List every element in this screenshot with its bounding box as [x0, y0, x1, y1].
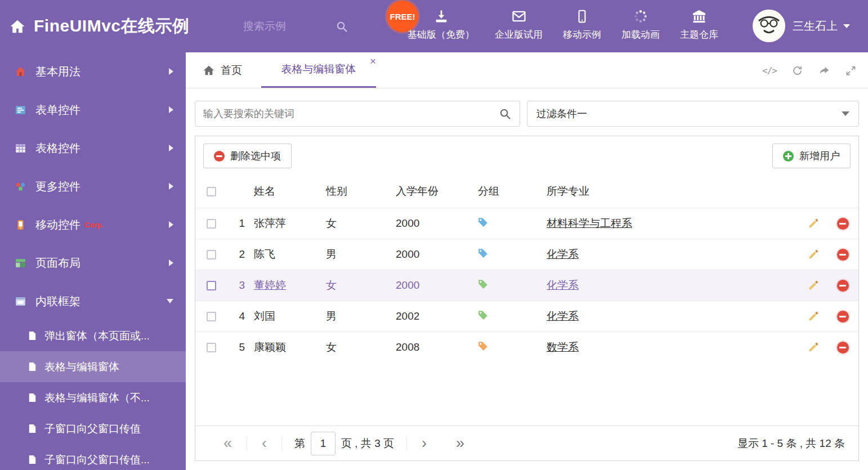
tab-home[interactable]: 首页: [203, 52, 242, 88]
sidebar-subitem-grid-edit-window-2[interactable]: 表格与编辑窗体（不...: [0, 382, 186, 413]
header-search-input[interactable]: [243, 20, 335, 33]
table-row[interactable]: 4 刘国 男 2002 化学系: [195, 301, 858, 332]
delete-row-icon[interactable]: [837, 249, 849, 261]
row-number: 5: [227, 341, 247, 353]
sidebar-item-label: 基本用法: [35, 64, 80, 79]
edit-pencil-icon[interactable]: [807, 248, 820, 261]
table-row-selected[interactable]: 3 董婷婷 女 2000 化学系: [195, 270, 858, 301]
sidebar-item-form-controls[interactable]: 表单控件: [0, 91, 186, 129]
user-menu[interactable]: 三生石上: [793, 0, 850, 52]
cell-gender: 女: [319, 278, 389, 293]
header-search[interactable]: [243, 16, 359, 37]
nav-enterprise-trial[interactable]: 企业版试用: [495, 7, 543, 41]
nav-basic-free[interactable]: 基础版（免费）: [408, 7, 475, 41]
corp-badge: Corp.: [84, 221, 104, 229]
refresh-icon[interactable]: [791, 65, 803, 77]
next-page-button[interactable]: ›: [407, 436, 441, 451]
nav-loading-animation[interactable]: 加载动画: [621, 7, 660, 41]
sidebar-subitem-label: 表格与编辑窗体: [44, 360, 119, 374]
sidebar-item-grid-controls[interactable]: 表格控件: [0, 129, 186, 167]
delete-selected-button[interactable]: 删除选中项: [203, 144, 292, 168]
open-in-new-icon[interactable]: [818, 64, 830, 77]
sidebar-item-more-controls[interactable]: 更多控件: [0, 167, 186, 205]
record-summary: 显示 1 - 5 条 , 共 12 条: [737, 436, 845, 451]
tab-grid-edit-window[interactable]: 表格与编辑窗体 ×: [261, 52, 376, 88]
row-checkbox[interactable]: [207, 250, 216, 259]
brand[interactable]: FineUIMvc在线示例: [9, 0, 190, 52]
sidebar-subitem-child-to-parent[interactable]: 子窗口向父窗口传值: [0, 413, 186, 444]
column-header-major[interactable]: 所学专业: [539, 184, 800, 199]
cell-year: 2000: [389, 279, 471, 292]
tag-icon: [478, 310, 488, 320]
edit-pencil-icon[interactable]: [807, 310, 820, 323]
sidebar-item-label: 更多控件: [35, 179, 80, 194]
page-content: 过滤条件一 删除选中项 新增用户 姓名 性: [186, 88, 868, 470]
cell-year: 2000: [389, 217, 471, 230]
first-page-button[interactable]: «: [209, 436, 247, 451]
avatar[interactable]: [753, 10, 785, 42]
grid-toolbar: 删除选中项 新增用户: [195, 136, 858, 175]
sidebar-subitem-popup-window[interactable]: 弹出窗体（本页面或...: [0, 320, 186, 351]
search-icon[interactable]: [335, 20, 348, 33]
nav-theme-store[interactable]: 主题仓库: [680, 7, 718, 41]
data-grid: 姓名 性别 入学年份 分组 所学专业 1 张萍萍 女 2000 材料科学与工程系: [195, 175, 858, 426]
edit-pencil-icon[interactable]: [807, 279, 820, 292]
filter-dropdown[interactable]: 过滤条件一: [527, 101, 859, 127]
page-number-input[interactable]: [311, 432, 335, 455]
sidebar-subitem-child-to-parent-2[interactable]: 子窗口向父窗口传值...: [0, 444, 186, 470]
nav-mobile-demo[interactable]: 移动示例: [563, 7, 601, 41]
search-icon[interactable]: [499, 108, 512, 120]
view-source-icon[interactable]: </>: [762, 65, 777, 76]
column-header-gender[interactable]: 性别: [319, 184, 389, 199]
row-checkbox[interactable]: [207, 281, 216, 290]
major-link[interactable]: 化学系: [547, 248, 579, 260]
keyword-input[interactable]: [203, 108, 499, 120]
edit-pencil-icon[interactable]: [807, 341, 820, 353]
table-row[interactable]: 1 张萍萍 女 2000 材料科学与工程系: [195, 208, 858, 239]
layout-icon: [15, 257, 26, 269]
app-header: FineUIMvc在线示例 FREE! 基础版（免费） 企业版试用 移动示例: [0, 0, 868, 52]
close-icon[interactable]: ×: [370, 55, 376, 68]
add-user-button[interactable]: 新增用户: [772, 144, 851, 168]
sidebar-subitem-label: 弹出窗体（本页面或...: [44, 329, 150, 343]
cell-gender: 男: [319, 309, 389, 324]
sidebar-item-iframe[interactable]: 内联框架: [0, 282, 186, 320]
row-checkbox[interactable]: [207, 219, 216, 229]
fullscreen-icon[interactable]: [845, 65, 857, 77]
delete-row-icon[interactable]: [837, 218, 849, 230]
row-number: 4: [227, 310, 247, 323]
sidebar-item-mobile-controls[interactable]: 移动控件 Corp.: [0, 205, 186, 244]
app-title: FineUIMvc在线示例: [34, 15, 190, 38]
table-row[interactable]: 2 陈飞 男 2000 化学系: [195, 239, 858, 270]
row-checkbox[interactable]: [207, 312, 216, 321]
delete-row-icon[interactable]: [837, 342, 849, 353]
cell-gender: 女: [319, 340, 389, 355]
sidebar-subitem-label: 子窗口向父窗口传值: [44, 422, 141, 436]
sidebar-subitem-grid-edit-window[interactable]: 表格与编辑窗体: [0, 351, 186, 382]
delete-row-icon[interactable]: [837, 280, 849, 292]
mobile-icon: [575, 7, 589, 24]
prev-page-button[interactable]: ‹: [247, 436, 281, 451]
sidebar-item-label: 表格控件: [35, 141, 80, 156]
minus-circle-icon: [214, 151, 225, 162]
table-row[interactable]: 5 康颖颖 女 2008 数学系: [195, 332, 858, 362]
major-link[interactable]: 化学系: [547, 310, 579, 322]
tab-label: 首页: [221, 63, 242, 78]
delete-row-icon[interactable]: [837, 311, 849, 323]
sidebar-item-basic-usage[interactable]: 基本用法: [0, 52, 186, 91]
column-header-year[interactable]: 入学年份: [389, 184, 471, 199]
sidebar-item-page-layout[interactable]: 页面布局: [0, 244, 186, 282]
last-page-button[interactable]: »: [441, 436, 479, 451]
major-link[interactable]: 化学系: [547, 279, 579, 291]
select-all-checkbox[interactable]: [207, 187, 216, 196]
edit-pencil-icon[interactable]: [807, 217, 820, 230]
tag-icon: [478, 279, 488, 289]
tab-bar: 首页 表格与编辑窗体 × </>: [186, 52, 868, 88]
column-header-name[interactable]: 姓名: [247, 184, 319, 199]
column-header-group[interactable]: 分组: [471, 184, 539, 199]
cell-year: 2008: [389, 341, 471, 353]
major-link[interactable]: 材料科学与工程系: [547, 217, 632, 229]
row-checkbox[interactable]: [207, 343, 216, 352]
major-link[interactable]: 数学系: [547, 341, 579, 353]
filter-dropdown-value: 过滤条件一: [536, 107, 587, 120]
